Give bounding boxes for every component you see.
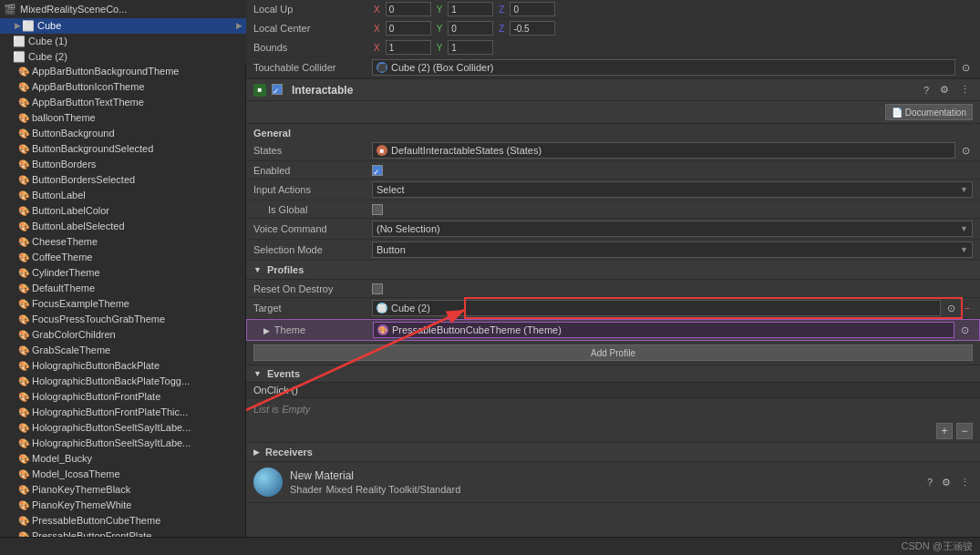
interactable-header: ■ ✓ Interactable ? ⚙ ⋮ bbox=[246, 79, 980, 101]
hierarchy-appbar-bg-theme[interactable]: 🎨 AppBarButtonBackgroundTheme bbox=[0, 64, 245, 79]
interactable-settings-btn[interactable]: ⚙ bbox=[937, 83, 952, 97]
input-actions-label: Input Actions bbox=[253, 184, 372, 195]
hierarchy-holo-front-plate[interactable]: 🎨 HolographicButtonFrontPlate bbox=[0, 389, 245, 405]
hierarchy-focus-press-theme[interactable]: 🎨 FocusPressTouchGrabTheme bbox=[0, 312, 245, 327]
touchable-collider-ref[interactable]: ⬛ Cube (2) (Box Collider) bbox=[372, 59, 955, 76]
interactable-title: Interactable bbox=[292, 84, 915, 97]
add-event-btn[interactable]: + bbox=[936, 423, 953, 439]
onclick-row: OnClick () bbox=[246, 383, 980, 398]
events-title: Events bbox=[267, 368, 300, 379]
touchable-collider-pick-btn[interactable]: ⊙ bbox=[959, 61, 973, 75]
target-icon: ⬜ bbox=[377, 303, 387, 313]
material-more-btn[interactable]: ⋮ bbox=[957, 476, 973, 489]
target-ref[interactable]: ⬜ Cube (2) bbox=[372, 300, 941, 316]
voice-command-dropdown[interactable]: (No Selection) ▼ bbox=[372, 221, 973, 237]
profiles-title: Profiles bbox=[267, 264, 304, 275]
remove-event-btn[interactable]: − bbox=[956, 423, 973, 439]
hierarchy-balloon-theme[interactable]: 🎨 balloonTheme bbox=[0, 110, 245, 126]
hierarchy-btn-borders-selected[interactable]: 🎨 ButtonBordersSelected bbox=[0, 172, 245, 188]
hierarchy-holo-back-plate[interactable]: 🎨 HolographicButtonBackPlate bbox=[0, 358, 245, 374]
reset-on-destroy-checkbox[interactable] bbox=[372, 283, 383, 294]
voice-dropdown-arrow: ▼ bbox=[960, 224, 968, 233]
hierarchy-cube-main[interactable]: ▶ ⬜ Cube ▶ bbox=[0, 18, 246, 34]
inspector-panel: Local Up X Y Z Local Center X bbox=[246, 0, 980, 537]
hierarchy-coffee-theme[interactable]: 🎨 CoffeeTheme bbox=[0, 250, 245, 265]
hierarchy-holo-front-plate-thick[interactable]: 🎨 HolographicButtonFrontPlateThic... bbox=[0, 405, 245, 420]
hierarchy-btn-bg[interactable]: 🎨 ButtonBackground bbox=[0, 126, 245, 141]
target-pick-btn[interactable]: ⊙ bbox=[944, 302, 958, 315]
scene-root: 🎬 MixedRealitySceneCo... bbox=[0, 0, 246, 18]
hierarchy-cheese-theme[interactable]: 🎨 CheeseTheme bbox=[0, 234, 245, 250]
hierarchy-btn-label-selected[interactable]: 🎨 ButtonLabelSelected bbox=[0, 219, 245, 234]
hierarchy-btn-borders[interactable]: 🎨 ButtonBorders bbox=[0, 157, 245, 172]
local-center-z[interactable] bbox=[510, 21, 555, 36]
hierarchy-cube-1[interactable]: ⬜ Cube (1) bbox=[0, 34, 246, 49]
hierarchy-appbar-icon-theme[interactable]: 🎨 AppBarButtonIconTheme bbox=[0, 79, 245, 95]
enabled-checkbox[interactable]: ✓ bbox=[372, 165, 383, 176]
hierarchy-grab-scale-theme[interactable]: 🎨 GrabScaleTheme bbox=[0, 343, 245, 358]
general-section: General States ■ DefaultInteractableStat… bbox=[246, 124, 980, 261]
hierarchy-appbar-text-theme[interactable]: 🎨 AppBarButtonTextTheme bbox=[0, 95, 245, 110]
hierarchy-panel: 🎨 FocusPressTouchGrabStates 🎨 HoloLensIn… bbox=[0, 0, 246, 537]
states-pick-btn[interactable]: ⊙ bbox=[959, 144, 973, 158]
interactable-more-btn[interactable]: ⋮ bbox=[957, 83, 973, 97]
bounds-x[interactable] bbox=[386, 40, 431, 55]
cube-icon-2: ⬜ bbox=[13, 35, 26, 48]
events-footer: + − bbox=[246, 420, 980, 443]
bounds-y[interactable] bbox=[448, 40, 493, 55]
hierarchy-model-icosa[interactable]: 🎨 Model_IcosaTheme bbox=[0, 467, 245, 482]
target-row: Target ⬜ Cube (2) ⊙ − bbox=[246, 298, 980, 319]
interactable-help-btn[interactable]: ? bbox=[921, 84, 932, 97]
local-center-row: Local Center X Y Z bbox=[246, 19, 980, 38]
material-settings-btn[interactable]: ⚙ bbox=[939, 476, 954, 489]
hierarchy-btn-label[interactable]: 🎨 ButtonLabel bbox=[0, 188, 245, 203]
interactable-enabled-checkbox[interactable]: ✓ bbox=[272, 84, 283, 95]
theme-pick-btn[interactable]: ⊙ bbox=[958, 324, 972, 337]
hierarchy-piano-black[interactable]: 🎨 PianoKeyThemeBlack bbox=[0, 482, 245, 498]
local-up-x[interactable] bbox=[386, 2, 431, 16]
selection-mode-label: Selection Mode bbox=[253, 244, 372, 255]
theme-row: ▶ Theme 🎨 PressableButtonCubeTheme (Them… bbox=[246, 319, 980, 341]
doc-icon: 📄 bbox=[892, 108, 903, 118]
receivers-foldout[interactable]: ▶ bbox=[253, 447, 260, 457]
is-global-label: Is Global bbox=[253, 204, 372, 215]
hierarchy-btn-bg-selected[interactable]: 🎨 ButtonBackgroundSelected bbox=[0, 141, 245, 157]
hierarchy-holo-back-plate-tog[interactable]: 🎨 HolographicButtonBackPlateTogg... bbox=[0, 374, 245, 389]
is-global-checkbox[interactable] bbox=[372, 204, 383, 215]
target-remove-btn[interactable]: − bbox=[962, 302, 973, 314]
hierarchy-piano-white[interactable]: 🎨 PianoKeyThemeWhite bbox=[0, 498, 245, 513]
enabled-label: Enabled bbox=[253, 165, 372, 176]
documentation-btn[interactable]: 📄 Documentation bbox=[885, 104, 973, 120]
shader-label: Shader bbox=[290, 484, 322, 495]
material-help-btn[interactable]: ? bbox=[924, 476, 935, 488]
states-ref[interactable]: ■ DefaultInteractableStates (States) bbox=[372, 142, 955, 159]
input-actions-dropdown[interactable]: Select ▼ bbox=[372, 181, 973, 198]
profiles-foldout[interactable]: ▼ bbox=[253, 265, 262, 274]
hierarchy-cube-2[interactable]: ⬜ Cube (2) bbox=[0, 49, 246, 65]
profiles-header: ▼ Profiles bbox=[246, 261, 980, 280]
hierarchy-holo-seeIt-1[interactable]: 🎨 HolographicButtonSeeltSayItLabe... bbox=[0, 420, 245, 436]
theme-ref[interactable]: 🎨 PressableButtonCubeTheme (Theme) bbox=[373, 322, 954, 338]
local-up-y[interactable] bbox=[448, 2, 493, 16]
hierarchy-holo-seeIt-2[interactable]: 🎨 HolographicButtonSeeltSayItLabe... bbox=[0, 436, 245, 451]
theme-foldout[interactable]: ▶ bbox=[263, 326, 270, 335]
hierarchy-pressable-front-plate[interactable]: 🎨 PressableButtonFrontPlate bbox=[0, 529, 245, 537]
hierarchy-model-bucky[interactable]: 🎨 Model_Bucky bbox=[0, 451, 245, 467]
touchable-collider-row: Touchable Collider ⬛ Cube (2) (Box Colli… bbox=[246, 57, 980, 78]
selection-mode-dropdown[interactable]: Button ▼ bbox=[372, 242, 973, 258]
onclick-label: OnClick () bbox=[253, 385, 298, 396]
hierarchy-focus-example-theme[interactable]: 🎨 FocusExampleTheme bbox=[0, 296, 245, 312]
local-up-z[interactable] bbox=[510, 2, 555, 16]
events-foldout[interactable]: ▼ bbox=[253, 369, 262, 378]
hierarchy-default-theme[interactable]: 🎨 DefaultTheme bbox=[0, 281, 245, 296]
enabled-row: Enabled ✓ bbox=[246, 161, 980, 180]
hierarchy-btn-label-color[interactable]: 🎨 ButtonLabelColor bbox=[0, 203, 245, 219]
hierarchy-cylinder-theme[interactable]: 🎨 CylinderTheme bbox=[0, 265, 245, 281]
voice-command-row: Voice Command (No Selection) ▼ bbox=[246, 219, 980, 240]
hierarchy-top-items: 🎬 MixedRealitySceneCo... ▶ ⬜ Cube ▶ ⬜ Cu… bbox=[0, 0, 246, 65]
hierarchy-pressable-cube-theme[interactable]: 🎨 PressableButtonCubeTheme bbox=[0, 513, 245, 529]
add-profile-btn[interactable]: Add Profile bbox=[253, 344, 973, 361]
local-center-x[interactable] bbox=[386, 21, 431, 36]
hierarchy-grab-color-theme[interactable]: 🎨 GrabColorChildren bbox=[0, 327, 245, 343]
local-center-y[interactable] bbox=[448, 21, 493, 36]
